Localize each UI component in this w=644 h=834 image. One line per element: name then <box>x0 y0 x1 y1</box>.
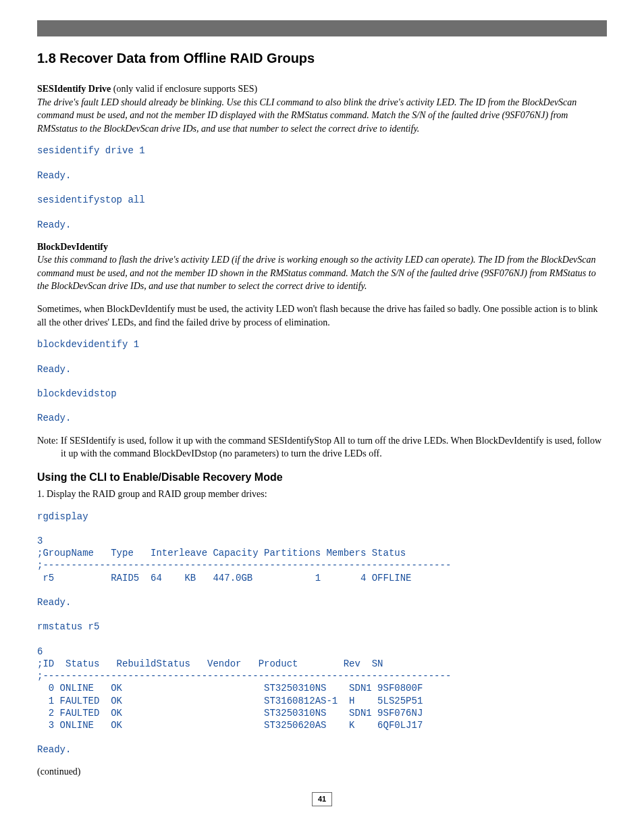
continued-label: (continued) <box>37 765 607 779</box>
bdi-para: Sometimes, when BlockDevIdentify must be… <box>37 303 607 329</box>
page-number: 41 <box>37 792 607 806</box>
subheading-recovery: Using the CLI to Enable/Disable Recovery… <box>37 470 607 485</box>
header-bar <box>37 20 607 36</box>
code-bdi: blockdevidentify 1 Ready. blockdevidstop… <box>37 338 607 424</box>
section-title: 1.8 Recover Data from Offline RAID Group… <box>37 49 607 68</box>
bdi-italic: Use this command to flash the drive's ac… <box>37 255 596 291</box>
bdi-intro: BlockDevIdentify Use this command to fla… <box>37 240 607 293</box>
ses-paren: (only valid if enclosure supports SES) <box>111 84 257 94</box>
page-number-value: 41 <box>312 792 332 806</box>
bdi-label: BlockDevIdentify <box>37 242 108 252</box>
step-1: 1. Display the RAID group and RAID group… <box>37 488 607 501</box>
ses-intro: SESIdentify Drive (only valid if enclosu… <box>37 82 607 135</box>
note-body: If SESIdentify is used, follow it up wit… <box>61 434 607 461</box>
note-label: Note: <box>37 434 61 461</box>
ses-label: SESIdentify Drive <box>37 84 111 94</box>
code-ses: sesidentify drive 1 Ready. sesidentifyst… <box>37 145 607 230</box>
code-rgdisplay: rgdisplay 3 ;GroupName Type Interleave C… <box>37 511 607 756</box>
note-block: Note: If SESIdentify is used, follow it … <box>37 434 607 461</box>
ses-italic: The drive's fault LED should already be … <box>37 97 576 134</box>
